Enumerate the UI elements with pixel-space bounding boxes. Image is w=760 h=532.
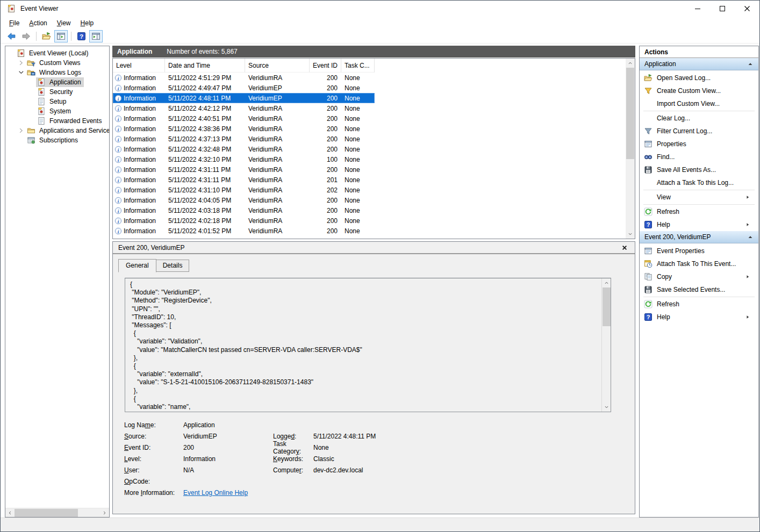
open-folder-button[interactable] [40, 30, 53, 42]
close-button[interactable] [735, 1, 759, 17]
action-copy[interactable]: Copy [640, 270, 758, 283]
column-header-source[interactable]: Source [245, 59, 310, 73]
column-header-date-and-time[interactable]: Date and Time [165, 59, 245, 73]
event-row[interactable]: iInformation5/11/2022 4:01:52 PMVeridium… [113, 226, 375, 236]
event-row[interactable]: iInformation5/11/2022 4:32:10 PMVeridium… [113, 154, 375, 164]
action-open-saved-log[interactable]: Open Saved Log... [640, 71, 758, 84]
scroll-down-arrow[interactable] [626, 229, 635, 239]
svg-text:i: i [118, 147, 119, 152]
expander-expanded-icon[interactable] [18, 69, 24, 76]
event-row[interactable]: iInformation5/11/2022 4:37:13 PMVeridium… [113, 134, 375, 144]
level-cell: iInformation [113, 125, 165, 133]
menu-view[interactable]: View [52, 18, 76, 28]
action-view[interactable]: View [640, 191, 758, 204]
task-cell: None [341, 207, 375, 214]
scrollbar-thumb[interactable] [603, 287, 611, 326]
action-pane-button[interactable] [89, 30, 103, 42]
svg-text:i: i [118, 85, 119, 91]
action-refresh[interactable]: Refresh [640, 205, 758, 218]
event-row[interactable]: iInformation5/11/2022 4:02:18 PMVeridium… [113, 215, 375, 226]
menu-help[interactable]: Help [76, 18, 99, 28]
level-cell: iInformation [113, 146, 165, 153]
tree-item-system[interactable]: System [5, 106, 109, 116]
level-cell: iInformation [113, 105, 165, 112]
tree-item-security[interactable]: Security [5, 87, 109, 97]
back-button[interactable] [5, 30, 18, 42]
action-attach-a-task-to-this-log[interactable]: Attach a Task To this Log... [640, 176, 758, 189]
actions-section-header-event-200-veridiumep[interactable]: Event 200, VeridiumEP [640, 231, 758, 243]
event-row[interactable]: iInformation5/11/2022 4:03:18 PMVeridium… [113, 205, 375, 215]
collapse-section-icon[interactable] [747, 61, 754, 67]
event-list-scrollbar[interactable] [626, 59, 635, 239]
collapse-section-icon[interactable] [747, 234, 754, 240]
toolbar: ? [1, 29, 759, 44]
scroll-up-arrow[interactable] [602, 278, 611, 287]
tree-item-application[interactable]: Application [5, 77, 109, 87]
event-row[interactable]: iInformation5/11/2022 4:51:29 PMVeridium… [113, 73, 375, 83]
column-header-level[interactable]: Level [113, 59, 165, 73]
event-row[interactable]: iInformation5/11/2022 4:49:47 PMVeridium… [113, 83, 375, 93]
scrollbar-thumb[interactable] [626, 68, 634, 159]
field-value: 200 [183, 444, 273, 451]
tree-item-forwarded-events[interactable]: Forwarded Events [5, 116, 109, 126]
scroll-down-arrow[interactable] [602, 402, 611, 412]
action-help[interactable]: ?Help [640, 218, 758, 231]
action-save-selected-events[interactable]: Save Selected Events... [640, 283, 758, 296]
level-cell: iInformation [113, 115, 165, 123]
tree-horizontal-scrollbar[interactable] [5, 508, 109, 517]
minimize-button[interactable] [685, 1, 710, 17]
event-data-box[interactable]: { "Module": "VeridiumEP", "Method": "Reg… [125, 278, 611, 412]
event-data-scrollbar[interactable] [601, 278, 611, 412]
scroll-right-arrow[interactable] [100, 508, 109, 517]
maximize-button[interactable] [710, 1, 735, 17]
scroll-left-arrow[interactable] [5, 508, 15, 517]
event-row[interactable]: iInformation5/11/2022 4:04:05 PMVeridium… [113, 195, 375, 205]
info-icon: i [114, 135, 122, 143]
action-import-custom-view[interactable]: Import Custom View... [640, 97, 758, 110]
tree-item-subscriptions[interactable]: Subscriptions [5, 135, 109, 145]
column-header-event-id[interactable]: Event ID [310, 59, 341, 73]
scroll-up-arrow[interactable] [626, 59, 635, 68]
menu-action[interactable]: Action [24, 18, 52, 28]
action-clear-log[interactable]: Clear Log... [640, 112, 758, 125]
tree-item-setup[interactable]: Setup [5, 97, 109, 106]
tree-item-windows-logs[interactable]: Windows Logs [5, 68, 109, 77]
expander-collapsed-icon[interactable] [18, 60, 24, 66]
expander-collapsed-icon[interactable] [18, 127, 24, 134]
scrollbar-thumb[interactable] [15, 509, 78, 517]
action-properties[interactable]: Properties [640, 138, 758, 150]
event-row[interactable]: iInformation5/11/2022 4:40:51 PMVeridium… [113, 113, 375, 124]
help-button[interactable]: ? [75, 30, 88, 42]
column-header-task-c[interactable]: Task C... [341, 59, 375, 73]
action-find[interactable]: Find... [640, 150, 758, 163]
action-attach-task-to-this-event[interactable]: Attach Task To This Event... [640, 257, 758, 270]
action-save-all-events-as[interactable]: Save All Events As... [640, 163, 758, 176]
action-event-properties[interactable]: Event Properties [640, 245, 758, 257]
action-create-custom-view[interactable]: Create Custom View... [640, 84, 758, 97]
actions-section-header-application[interactable]: Application [640, 58, 758, 70]
event-row[interactable]: iInformation5/11/2022 4:32:48 PMVeridium… [113, 144, 375, 154]
info-icon: i [114, 186, 122, 194]
menu-file[interactable]: File [4, 18, 24, 28]
forward-button[interactable] [19, 30, 33, 42]
tree-item-custom-views[interactable]: Custom Views [5, 58, 109, 68]
event-row[interactable]: iInformation5/11/2022 4:38:36 PMVeridium… [113, 124, 375, 134]
tree-item-applications-and-services-lo[interactable]: Applications and Services Lo [5, 126, 109, 135]
tree-item-content: Forwarded Events [36, 116, 104, 126]
event-row[interactable]: iInformation5/11/2022 4:31:11 PMVeridium… [113, 175, 375, 185]
close-detail-button[interactable] [621, 243, 629, 252]
event-log-online-help-link[interactable]: Event Log Online Help [183, 489, 248, 497]
event-id-cell: 201 [310, 176, 341, 184]
event-row[interactable]: iInformation5/11/2022 4:31:10 PMVeridium… [113, 185, 375, 195]
event-row[interactable]: iInformation5/11/2022 4:31:11 PMVeridium… [113, 164, 375, 175]
field-row: Source:VeridiumEPLogged:5/11/2022 4:48:1… [124, 430, 624, 442]
tab-general[interactable]: General [118, 259, 156, 272]
action-refresh[interactable]: Refresh [640, 298, 758, 311]
action-help[interactable]: ?Help [640, 311, 758, 323]
console-tree-button[interactable] [54, 30, 68, 42]
event-row[interactable]: iInformation5/11/2022 4:48:11 PMVeridium… [113, 93, 375, 103]
tab-details[interactable]: Details [156, 260, 190, 272]
action-filter-current-log[interactable]: Filter Current Log... [640, 125, 758, 138]
tree-item-event-viewer-local[interactable]: Event Viewer (Local) [5, 48, 109, 58]
event-row[interactable]: iInformation5/11/2022 4:42:12 PMVeridium… [113, 103, 375, 113]
